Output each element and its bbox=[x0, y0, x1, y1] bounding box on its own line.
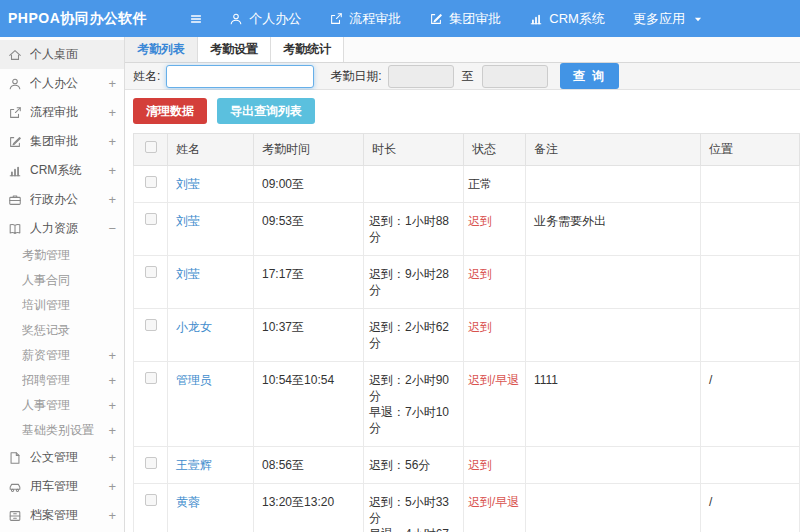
top-navigation: 个人办公 流程审批 集团审批 CRM系统 更多应用 bbox=[229, 10, 733, 28]
sidebar-item[interactable]: 人事合同 bbox=[0, 268, 124, 293]
sidebar-item[interactable]: 奖惩记录 bbox=[0, 318, 124, 343]
sidebar-item[interactable]: 招聘管理 + bbox=[0, 368, 124, 393]
employee-name-link[interactable]: 王壹辉 bbox=[176, 458, 212, 472]
row-checkbox[interactable] bbox=[145, 176, 157, 188]
sidebar-item-label: 人事管理 bbox=[22, 397, 104, 414]
sidebar-item-label: 档案管理 bbox=[30, 507, 104, 524]
sidebar-item[interactable]: 人力资源 − bbox=[0, 214, 124, 243]
sidebar-item[interactable]: CRM系统 + bbox=[0, 156, 124, 185]
attendance-time-cell: 17:17至 bbox=[254, 256, 364, 309]
remark-cell bbox=[526, 447, 701, 484]
name-filter-input[interactable] bbox=[166, 65, 314, 88]
main-content: 考勤列表 考勤设置 考勤统计 姓名: 考勤日期: 至 查 询 清理数据 导出查询… bbox=[125, 37, 800, 532]
employee-name-link[interactable]: 小龙女 bbox=[176, 320, 212, 334]
column-header: 考勤时间 bbox=[254, 134, 364, 166]
column-header: 备注 bbox=[526, 134, 701, 166]
duration-line: 迟到：5小时33分 bbox=[369, 494, 460, 526]
topnav-item[interactable]: 流程审批 bbox=[329, 10, 401, 28]
sidebar-item[interactable]: 薪资管理 + bbox=[0, 343, 124, 368]
duration-line: 早退：7小时10分 bbox=[369, 404, 460, 436]
sidebar-item[interactable]: 行政办公 + bbox=[0, 185, 124, 214]
table-row: 刘莹 09:53至 迟到：1小时88分 迟到 业务需要外出 bbox=[134, 203, 800, 256]
table-header-row: 姓名 考勤时间 时长 状态 备注 位置 bbox=[134, 134, 800, 166]
topnav-item[interactable]: CRM系统 bbox=[529, 10, 605, 28]
location-cell bbox=[701, 447, 800, 484]
date-range-to-label: 至 bbox=[462, 68, 474, 85]
sidebar-item[interactable]: 培训管理 bbox=[0, 293, 124, 318]
tab[interactable]: 考勤列表 bbox=[125, 37, 198, 62]
search-button[interactable]: 查 询 bbox=[560, 63, 619, 89]
remark-cell bbox=[526, 166, 701, 203]
employee-name-link[interactable]: 刘莹 bbox=[176, 267, 200, 281]
date-from-input[interactable] bbox=[388, 65, 454, 88]
expand-indicator: + bbox=[104, 192, 116, 207]
sidebar-item[interactable]: 个人办公 + bbox=[0, 69, 124, 98]
action-bar: 清理数据 导出查询列表 bbox=[125, 90, 800, 133]
archive-icon bbox=[8, 508, 23, 523]
employee-name-link[interactable]: 管理员 bbox=[176, 373, 212, 387]
export-list-button[interactable]: 导出查询列表 bbox=[217, 98, 315, 124]
row-checkbox[interactable] bbox=[145, 213, 157, 225]
table-row: 小龙女 10:37至 迟到：2小时62分 迟到 bbox=[134, 309, 800, 362]
row-checkbox[interactable] bbox=[145, 266, 157, 278]
tab-label: 考勤列表 bbox=[137, 42, 185, 56]
topnav-item[interactable]: 个人办公 bbox=[229, 10, 301, 28]
home-icon bbox=[8, 47, 23, 62]
sidebar-item[interactable]: 流程审批 + bbox=[0, 98, 124, 127]
row-checkbox[interactable] bbox=[145, 494, 157, 506]
location-cell bbox=[701, 166, 800, 203]
location-cell bbox=[701, 256, 800, 309]
row-checkbox[interactable] bbox=[145, 457, 157, 469]
duration-line: 迟到：1小时88分 bbox=[369, 213, 460, 245]
employee-name-link[interactable]: 刘莹 bbox=[176, 177, 200, 191]
user-icon bbox=[229, 12, 243, 26]
clean-data-button[interactable]: 清理数据 bbox=[133, 98, 207, 124]
car-icon bbox=[8, 479, 23, 494]
expand-indicator: + bbox=[104, 163, 116, 178]
duration-cell: 迟到：9小时28分 bbox=[364, 256, 464, 309]
location-cell: / bbox=[701, 362, 800, 447]
date-to-input[interactable] bbox=[482, 65, 548, 88]
column-header: 姓名 bbox=[168, 134, 254, 166]
tab-label: 考勤设置 bbox=[210, 42, 258, 56]
share-icon bbox=[329, 12, 343, 26]
status-cell: 迟到/早退 bbox=[464, 362, 526, 447]
tab[interactable]: 考勤设置 bbox=[198, 37, 271, 62]
topbar: PHPOA协同办公软件 个人办公 流程审批 集团审批 CRM系统 更多应用 bbox=[0, 0, 800, 37]
topnav-item-label: 个人办公 bbox=[249, 10, 301, 28]
attendance-time-cell: 13:20至13:20 bbox=[254, 484, 364, 532]
share-icon bbox=[8, 105, 23, 120]
sidebar-item-label: 培训管理 bbox=[22, 297, 112, 314]
column-header-label: 考勤时间 bbox=[262, 142, 310, 156]
topnav-item[interactable]: 集团审批 bbox=[429, 10, 501, 28]
column-header-label: 姓名 bbox=[176, 142, 200, 156]
column-header-label: 位置 bbox=[709, 142, 733, 156]
sidebar-item[interactable]: 个人桌面 bbox=[0, 40, 124, 69]
edit-icon bbox=[429, 12, 443, 26]
sidebar-item[interactable]: 人事管理 + bbox=[0, 393, 124, 418]
remark-cell bbox=[526, 484, 701, 532]
duration-cell: 迟到：5小时33分早退：4小时67分 bbox=[364, 484, 464, 532]
row-checkbox[interactable] bbox=[145, 319, 157, 331]
row-checkbox[interactable] bbox=[145, 372, 157, 384]
column-header-label: 备注 bbox=[534, 142, 558, 156]
sidebar-item[interactable]: 用车管理 + bbox=[0, 472, 124, 501]
sidebar-item[interactable]: 档案管理 + bbox=[0, 501, 124, 530]
duration-cell: 迟到：2小时90分早退：7小时10分 bbox=[364, 362, 464, 447]
employee-name-link[interactable]: 黄蓉 bbox=[176, 495, 200, 509]
expand-indicator: + bbox=[104, 479, 116, 494]
sidebar-item-label: CRM系统 bbox=[30, 162, 104, 179]
sidebar-item[interactable]: 基础类别设置 + bbox=[0, 418, 124, 443]
hamburger-icon[interactable] bbox=[189, 12, 203, 26]
employee-name-link[interactable]: 刘莹 bbox=[176, 214, 200, 228]
remark-cell bbox=[526, 309, 701, 362]
tab[interactable]: 考勤统计 bbox=[271, 37, 344, 62]
topnav-item[interactable]: 更多应用 bbox=[633, 10, 705, 28]
status-cell: 迟到 bbox=[464, 447, 526, 484]
sidebar-item[interactable]: 公文管理 + bbox=[0, 443, 124, 472]
sidebar-item[interactable]: 集团审批 + bbox=[0, 127, 124, 156]
select-all-checkbox[interactable] bbox=[145, 141, 157, 153]
sidebar-item[interactable]: 考勤管理 bbox=[0, 243, 124, 268]
sidebar-item-label: 人力资源 bbox=[30, 220, 104, 237]
sidebar-item-label: 用车管理 bbox=[30, 478, 104, 495]
